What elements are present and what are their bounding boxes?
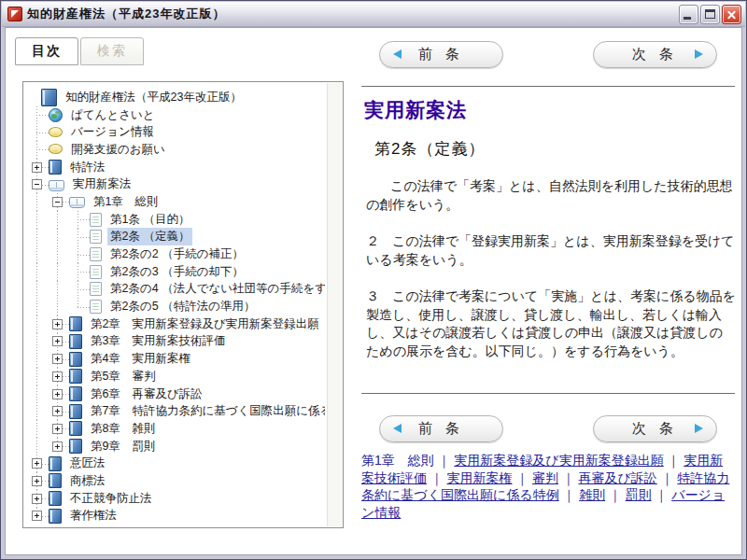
tree-item-label[interactable]: 第2章 実用新案登録及び実用新案登録出願 bbox=[88, 315, 322, 333]
prev-article-button-top[interactable]: 前 条 bbox=[379, 41, 503, 68]
close-button[interactable] bbox=[722, 5, 741, 24]
tree-item-label[interactable]: 第4章 実用新案権 bbox=[88, 350, 193, 368]
minimize-button[interactable] bbox=[679, 5, 698, 24]
tree-guide bbox=[47, 229, 67, 246]
expander-plus-icon[interactable] bbox=[32, 494, 42, 504]
tree-item-label[interactable]: 第1条 （目的） bbox=[107, 211, 192, 229]
book-closed-icon bbox=[49, 456, 62, 471]
expander-minus-icon[interactable] bbox=[52, 197, 63, 207]
tree-item-label[interactable]: 第2条の2 （手続の補正） bbox=[107, 245, 247, 263]
tree-item[interactable]: 第2条の4 （法人でない社団等の手続をする能力） bbox=[26, 281, 325, 299]
book-closed-icon bbox=[69, 316, 82, 331]
tree-item-label[interactable]: 知的財産権法（平成23年改正版） bbox=[63, 89, 245, 106]
tree-item[interactable]: ぱてんとさいと bbox=[26, 106, 325, 124]
prev-article-button-bottom[interactable]: 前 条 bbox=[379, 415, 503, 442]
expander-plus-icon[interactable] bbox=[52, 424, 63, 434]
tree-item-label[interactable]: 第9章 罰則 bbox=[88, 438, 158, 455]
expander-plus-icon[interactable] bbox=[52, 389, 63, 399]
toc-tree: 知的財産権法（平成23年改正版）ぱてんとさいとバージョン情報開発支援のお願い特許… bbox=[26, 89, 325, 525]
tree-item[interactable]: 特許法 bbox=[26, 159, 325, 176]
next-article-button-top[interactable]: 次 条 bbox=[593, 41, 717, 68]
tree-item-label-selected[interactable]: 第2条 （定義） bbox=[107, 228, 192, 245]
link-separator: ｜ bbox=[434, 453, 455, 468]
tree-item-label[interactable]: バージョン情報 bbox=[68, 123, 157, 141]
next-button-label: 次 条 bbox=[632, 46, 678, 63]
maximize-button[interactable] bbox=[700, 5, 720, 24]
expander-plus-icon[interactable] bbox=[52, 354, 63, 364]
tree-item-label[interactable]: 第8章 雑則 bbox=[88, 420, 158, 438]
expander-plus-icon[interactable] bbox=[32, 476, 42, 486]
chapter-link[interactable]: 第1章 総則 bbox=[361, 453, 434, 468]
tree-item-label[interactable]: 第2条の4 （法人でない社団等の手続をする能力） bbox=[107, 280, 325, 298]
tree-guide bbox=[47, 420, 67, 438]
chapter-link[interactable]: 実用新案権 bbox=[447, 470, 513, 485]
tree-item[interactable]: 第2章 実用新案登録及び実用新案登録出願 bbox=[26, 315, 325, 333]
tree-item-label[interactable]: 第6章 再審及び訴訟 bbox=[88, 385, 205, 403]
maximize-icon bbox=[705, 9, 715, 19]
expander-plus-icon[interactable] bbox=[32, 458, 42, 469]
tree-item[interactable]: 第2条の2 （手続の補正） bbox=[26, 245, 325, 263]
tree-item[interactable]: 知的財産権法（平成23年改正版） bbox=[26, 89, 325, 106]
chapter-link[interactable]: 再審及び訴訟 bbox=[579, 470, 657, 485]
expander-plus-icon[interactable] bbox=[32, 511, 42, 521]
tree-scrollbar[interactable] bbox=[327, 83, 342, 526]
tree-item-label[interactable]: 商標法 bbox=[67, 472, 108, 490]
tree-item-label[interactable]: 第2条の3 （手続の却下） bbox=[107, 263, 247, 281]
tree-item-label[interactable]: 第1章 総則 bbox=[91, 193, 161, 211]
tree-item-label[interactable]: ぱてんとさいと bbox=[68, 106, 158, 124]
tree-item[interactable]: 著作権法 bbox=[26, 508, 325, 525]
tree-item[interactable]: 第1章 総則 bbox=[26, 193, 325, 211]
expander-plus-icon[interactable] bbox=[52, 441, 63, 452]
tree-item-label[interactable]: 第3章 実用新案技術評価 bbox=[88, 332, 228, 350]
tree-guide bbox=[26, 211, 47, 229]
tab-toc[interactable]: 目次 bbox=[15, 37, 78, 65]
tree-item-label[interactable]: 著作権法 bbox=[67, 507, 120, 525]
tab-search[interactable]: 検索 bbox=[80, 37, 144, 65]
globe-icon bbox=[49, 108, 63, 122]
expander-plus-icon[interactable] bbox=[32, 162, 42, 173]
expander-plus-icon[interactable] bbox=[52, 336, 63, 346]
tree-item[interactable]: 第6章 再審及び訴訟 bbox=[26, 385, 325, 403]
tree-item[interactable]: 第7章 特許協力条約に基づく国際出願に係る特例 bbox=[26, 402, 325, 420]
chapter-link[interactable]: 実用新案登録及び実用新案登録出願 bbox=[454, 453, 663, 468]
tree-guide bbox=[26, 420, 47, 438]
tree-guide bbox=[26, 106, 47, 124]
tree-item[interactable]: 第4章 実用新案権 bbox=[26, 350, 325, 368]
tree-item-label[interactable]: 開発支援のお願い bbox=[68, 141, 168, 159]
chapter-link[interactable]: 雑則 bbox=[579, 487, 605, 502]
tree-item-label[interactable]: 第2条の5 （特許法の準用） bbox=[107, 298, 258, 315]
tree-item-label[interactable]: 第5章 審判 bbox=[88, 368, 158, 385]
tree-item[interactable]: 商標法 bbox=[26, 472, 325, 490]
tree-item[interactable]: 第1条 （目的） bbox=[26, 211, 325, 229]
expander-plus-icon[interactable] bbox=[52, 319, 63, 329]
tree-item[interactable]: 第8章 雑則 bbox=[26, 420, 325, 438]
expander-plus-icon[interactable] bbox=[52, 371, 63, 382]
tree-item[interactable]: 第3章 実用新案技術評価 bbox=[26, 333, 325, 351]
chapter-link[interactable]: 罰則 bbox=[626, 487, 652, 502]
tree-item[interactable]: バージョン情報 bbox=[26, 123, 325, 141]
tree-item-label[interactable]: 特許法 bbox=[67, 159, 108, 176]
tree-item[interactable]: 意匠法 bbox=[26, 455, 325, 472]
chapter-link[interactable]: 審判 bbox=[532, 470, 558, 485]
tree-item[interactable]: 開発支援のお願い bbox=[26, 141, 325, 159]
tree-item-label[interactable]: 意匠法 bbox=[67, 455, 108, 472]
right-arrow-icon bbox=[695, 49, 703, 59]
next-article-button-bottom[interactable]: 次 条 bbox=[593, 415, 717, 442]
tree-item[interactable]: 第2条 （定義） bbox=[26, 229, 325, 246]
tree-item-label[interactable]: 不正競争防止法 bbox=[67, 490, 155, 508]
title-bar[interactable]: 知的財産権法（平成23年改正版） bbox=[2, 2, 745, 27]
tree-item[interactable]: 第9章 罰則 bbox=[26, 438, 325, 455]
tree-item[interactable]: 不正競争防止法 bbox=[26, 490, 325, 508]
tree-item-label[interactable]: 第7章 特許協力条約に基づく国際出願に係る特例 bbox=[88, 402, 325, 420]
expander-minus-icon[interactable] bbox=[32, 179, 42, 189]
bubble-icon bbox=[49, 127, 63, 137]
app-window: 知的財産権法（平成23年改正版） 目次 検索 知的財産権法（平成23年改正版）ぱ… bbox=[0, 0, 747, 560]
expander-plus-icon[interactable] bbox=[52, 406, 63, 416]
tree-item[interactable]: 実用新案法 bbox=[26, 175, 325, 193]
tree-item[interactable]: 第2条の3 （手続の却下） bbox=[26, 263, 325, 281]
tree-item[interactable]: 第2条の5 （特許法の準用） bbox=[26, 298, 325, 315]
tree-item[interactable]: 第5章 審判 bbox=[26, 368, 325, 385]
tree-guide bbox=[26, 159, 47, 176]
link-separator: ｜ bbox=[559, 487, 580, 502]
tree-item-label[interactable]: 実用新案法 bbox=[70, 175, 134, 193]
